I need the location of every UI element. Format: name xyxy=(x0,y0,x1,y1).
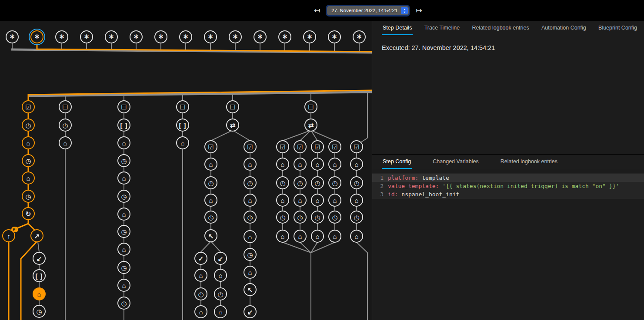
node-arrow-up-left[interactable]: ↖ xyxy=(244,283,257,296)
node-timer[interactable]: ◷ xyxy=(33,305,46,318)
tab-step-details[interactable]: Step Details xyxy=(382,21,413,35)
node-service[interactable]: ⌂ xyxy=(117,136,130,149)
node-timer[interactable]: ◷ xyxy=(244,248,257,261)
node-timer[interactable]: ◷ xyxy=(117,154,130,167)
node-timer[interactable]: ◷ xyxy=(350,211,363,224)
node-timer[interactable]: ◷ xyxy=(214,287,227,300)
node-asterisk[interactable]: ∗ xyxy=(30,30,43,43)
node-checkbox[interactable]: ☑ xyxy=(328,140,341,153)
node-service[interactable]: ⌂ xyxy=(117,279,130,292)
node-timer[interactable]: ◷ xyxy=(117,225,130,238)
run-timestamp-select[interactable]: 27. November 2022, 14:54:21 ▴ ▾ xyxy=(327,6,409,15)
node-service[interactable]: ⌂ xyxy=(311,194,324,207)
next-run-icon[interactable]: ↦ xyxy=(416,7,422,14)
node-service[interactable]: ⌂ xyxy=(22,172,35,185)
tab-step-config[interactable]: Step Config xyxy=(382,155,412,169)
node-brackets[interactable]: [ ] xyxy=(117,119,130,132)
node-service[interactable]: ⌂ xyxy=(244,230,257,243)
node-timer[interactable]: ◷ xyxy=(117,261,130,274)
node-checkbox[interactable]: ☑ xyxy=(22,100,35,113)
node-service[interactable]: ⌂ xyxy=(276,230,289,243)
node-asterisk[interactable]: ∗ xyxy=(154,30,167,43)
node-arrow-down-left[interactable]: ↙ xyxy=(33,252,46,265)
node-service[interactable]: ⌂ xyxy=(328,158,341,171)
node-timer[interactable]: ◷ xyxy=(22,119,35,132)
node-service[interactable]: ⌂ xyxy=(22,136,35,149)
node-timer[interactable]: ◷ xyxy=(59,119,72,132)
node-checkbox[interactable]: ☑ xyxy=(311,140,324,153)
node-service[interactable]: ⌂ xyxy=(214,305,227,318)
tab-changed-variables[interactable]: Changed Variables xyxy=(432,155,479,169)
node-service[interactable]: ⌂ xyxy=(350,194,363,207)
node-square[interactable]: ☐ xyxy=(304,100,317,113)
node-check[interactable]: ✓ xyxy=(194,252,207,265)
tab-related-logbook-entries[interactable]: Related logbook entries xyxy=(471,21,530,35)
node-asterisk[interactable]: ∗ xyxy=(254,30,267,43)
node-timer[interactable]: ◷ xyxy=(328,211,341,224)
node-timer[interactable]: ◷ xyxy=(294,176,307,189)
node-asterisk[interactable]: ∗ xyxy=(204,30,217,43)
node-service[interactable]: ⌂ xyxy=(204,158,217,171)
node-asterisk[interactable]: ∗ xyxy=(105,30,118,43)
node-service[interactable]: ⌂ xyxy=(294,158,307,171)
node-arrow-up[interactable]: ↑9+ xyxy=(2,229,15,242)
node-service[interactable]: ⌂ xyxy=(194,305,207,318)
node-service[interactable]: ⌂ xyxy=(294,230,307,243)
node-arrow-up-left[interactable]: ↖ xyxy=(204,229,217,242)
node-timer[interactable]: ◷ xyxy=(311,211,324,224)
node-asterisk[interactable]: ∗ xyxy=(6,30,19,43)
node-asterisk[interactable]: ∗ xyxy=(55,30,68,43)
node-square[interactable]: ☐ xyxy=(226,100,239,113)
node-timer[interactable]: ◷ xyxy=(204,176,217,189)
node-timer[interactable]: ◷ xyxy=(244,211,257,224)
node-checkbox[interactable]: ☑ xyxy=(350,140,363,153)
tab-related-logbook-entries[interactable]: Related logbook entries xyxy=(500,155,558,169)
node-square[interactable]: ☐ xyxy=(176,100,189,113)
node-service[interactable]: ⌂ xyxy=(194,269,207,282)
node-asterisk[interactable]: ∗ xyxy=(353,30,366,43)
node-timer[interactable]: ◷ xyxy=(276,211,289,224)
node-service[interactable]: ⌂ xyxy=(117,243,130,256)
node-service[interactable]: ⌂ xyxy=(33,287,46,300)
node-asterisk[interactable]: ∗ xyxy=(179,30,192,43)
node-timer[interactable]: ◷ xyxy=(204,211,217,224)
node-service[interactable]: ⌂ xyxy=(311,158,324,171)
node-parallel[interactable]: ⇄ xyxy=(226,119,239,132)
node-timer[interactable]: ◷ xyxy=(194,287,207,300)
node-repeat[interactable]: ↻ xyxy=(22,207,35,220)
node-service[interactable]: ⌂ xyxy=(328,194,341,207)
node-asterisk[interactable]: ∗ xyxy=(229,30,242,43)
node-asterisk[interactable]: ∗ xyxy=(130,30,143,43)
node-service[interactable]: ⌂ xyxy=(328,230,341,243)
node-service[interactable]: ⌂ xyxy=(276,158,289,171)
node-service[interactable]: ⌂ xyxy=(294,194,307,207)
node-arrow-up-right[interactable]: ↗ xyxy=(30,229,43,242)
node-arrow-down-left[interactable]: ↙ xyxy=(244,305,257,318)
node-service[interactable]: ⌂ xyxy=(244,158,257,171)
node-service[interactable]: ⌂ xyxy=(244,194,257,207)
tab-trace-timeline[interactable]: Trace Timeline xyxy=(424,21,461,35)
node-square[interactable]: ☐ xyxy=(117,100,130,113)
tab-automation-config[interactable]: Automation Config xyxy=(541,21,587,35)
tab-blueprint-config[interactable]: Blueprint Config xyxy=(597,21,638,35)
node-timer[interactable]: ◷ xyxy=(117,190,130,203)
node-service[interactable]: ⌂ xyxy=(59,136,72,149)
node-brackets[interactable]: [ ] xyxy=(176,119,189,132)
node-checkbox[interactable]: ☑ xyxy=(244,140,257,153)
node-service[interactable]: ⌂ xyxy=(214,269,227,282)
node-service[interactable]: ⌂ xyxy=(276,194,289,207)
node-parallel[interactable]: ⇄ xyxy=(304,119,317,132)
node-timer[interactable]: ◷ xyxy=(22,190,35,203)
node-timer[interactable]: ◷ xyxy=(350,176,363,189)
node-service[interactable]: ⌂ xyxy=(350,158,363,171)
node-square[interactable]: ☐ xyxy=(59,100,72,113)
node-timer[interactable]: ◷ xyxy=(276,176,289,189)
node-service[interactable]: ⌂ xyxy=(176,136,189,149)
node-asterisk[interactable]: ∗ xyxy=(278,30,291,43)
previous-run-icon[interactable]: ↤ xyxy=(314,7,320,14)
node-checkbox[interactable]: ☑ xyxy=(294,140,307,153)
node-timer[interactable]: ◷ xyxy=(244,176,257,189)
node-timer[interactable]: ◷ xyxy=(328,176,341,189)
node-timer[interactable]: ◷ xyxy=(294,211,307,224)
node-timer[interactable]: ◷ xyxy=(117,297,130,310)
